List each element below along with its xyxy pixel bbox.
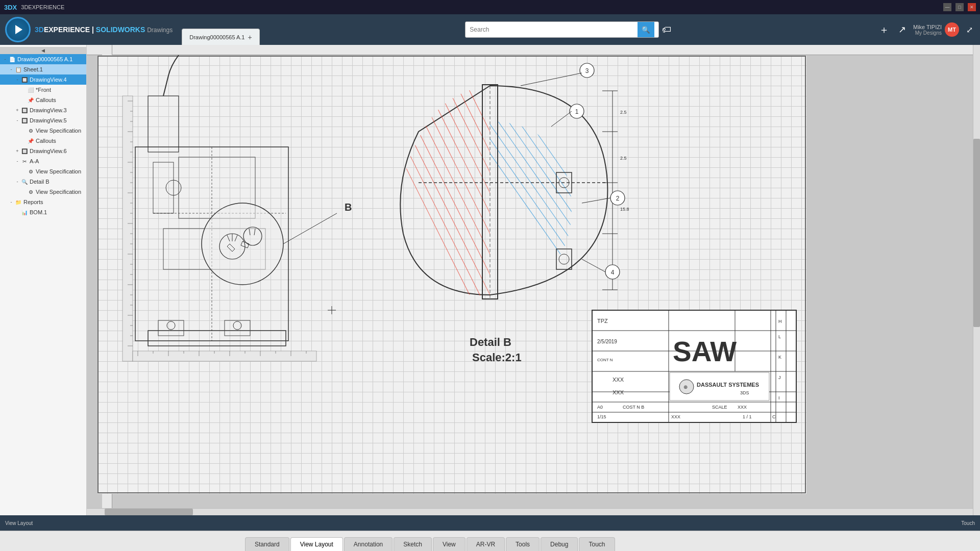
- tree-icon-view: 🔲: [20, 76, 29, 84]
- svg-line-80: [521, 81, 699, 336]
- tree-item-drawingview3[interactable]: +🔲DrawingView.3: [0, 105, 86, 115]
- svg-text:COST N B: COST N B: [623, 405, 644, 410]
- svg-line-63: [383, 81, 510, 336]
- share-button[interactable]: ↗: [896, 22, 908, 37]
- user-initials: MT: [948, 27, 956, 33]
- expand-btn[interactable]: +: [14, 148, 20, 154]
- tree-label: View Specification: [36, 128, 81, 134]
- vertical-scroll-thumb[interactable]: [973, 139, 980, 327]
- expand-btn[interactable]: +: [14, 107, 20, 113]
- svg-point-52: [233, 321, 241, 330]
- app-icon: 3DX: [4, 4, 17, 11]
- main-toolbar: 3DEXPERIENCE | SOLIDWORKS Drawings Drawi…: [0, 14, 980, 45]
- svg-text:I: I: [778, 395, 780, 400]
- svg-line-111: [582, 259, 605, 272]
- svg-text:DASSAULT SYSTEMES: DASSAULT SYSTEMES: [697, 382, 759, 388]
- new-tab-button[interactable]: +: [248, 33, 252, 41]
- tab-annotation[interactable]: Annotation: [344, 537, 393, 551]
- tree-item-callouts1[interactable]: 📌Callouts: [0, 95, 86, 105]
- expand-btn[interactable]: -: [14, 179, 20, 185]
- close-button[interactable]: ✕: [968, 3, 976, 11]
- tab-debug[interactable]: Debug: [541, 537, 578, 551]
- svg-text:4: 4: [611, 269, 615, 276]
- search-input[interactable]: [470, 26, 638, 33]
- tree-label: BOM.1: [30, 209, 47, 215]
- horizontal-scroll-thumb[interactable]: [105, 509, 193, 515]
- tree-item-callouts2[interactable]: 📌Callouts: [0, 136, 86, 146]
- bottom-tabs: StandardView LayoutAnnotationSketchViewA…: [0, 531, 980, 551]
- tab-tools[interactable]: Tools: [506, 537, 540, 551]
- svg-text:B: B: [345, 202, 352, 213]
- svg-rect-50: [225, 320, 250, 336]
- svg-text:3DS: 3DS: [740, 390, 749, 395]
- tab-sketch[interactable]: Sketch: [394, 537, 432, 551]
- svg-rect-0: [98, 56, 805, 493]
- expand-button[interactable]: ⤢: [964, 23, 975, 37]
- user-avatar[interactable]: MT: [945, 22, 959, 37]
- user-design[interactable]: My Designs: [913, 30, 942, 36]
- tree-icon-spec: ⚙: [27, 127, 35, 135]
- tree-icon-detail: 🔍: [20, 178, 29, 186]
- svg-text:XXX: XXX: [612, 389, 624, 395]
- tree-item-sheet1[interactable]: -📋Sheet.1: [0, 64, 86, 74]
- tab-touch[interactable]: Touch: [579, 537, 615, 551]
- svg-rect-49: [158, 320, 184, 336]
- tree-item-viewspec3[interactable]: ⚙View Specification: [0, 187, 86, 197]
- tree-item-aa[interactable]: -✂A-A: [0, 156, 86, 166]
- tree-label: Reports: [23, 199, 43, 205]
- search-button[interactable]: 🔍: [638, 22, 654, 37]
- expand-btn[interactable]: -: [2, 56, 8, 62]
- panel-collapse-button[interactable]: ◀: [0, 47, 86, 54]
- bookmark-button[interactable]: 🏷: [662, 24, 671, 35]
- expand-btn[interactable]: -: [14, 117, 20, 123]
- tab-view[interactable]: View: [433, 537, 465, 551]
- svg-text:3: 3: [585, 67, 589, 74]
- tab-ar-vr[interactable]: AR-VR: [467, 537, 505, 551]
- tree-label: View Specification: [36, 168, 81, 174]
- tab-view-layout[interactable]: View Layout: [290, 537, 343, 551]
- svg-text:1/15: 1/15: [597, 414, 606, 419]
- svg-text:CONT N: CONT N: [597, 358, 613, 362]
- svg-text:XXX: XXX: [671, 414, 680, 419]
- svg-point-53: [202, 203, 283, 285]
- tree-item-drawing-root[interactable]: -📄Drawing00000565 A.1: [0, 54, 86, 64]
- expand-btn[interactable]: -: [8, 66, 14, 72]
- tree-item-drawingview6[interactable]: +🔲DrawingView.6: [0, 146, 86, 156]
- tabs-container: StandardView LayoutAnnotationSketchViewA…: [0, 531, 616, 551]
- vertical-scrollbar[interactable]: [973, 45, 980, 515]
- maximize-button[interactable]: □: [955, 3, 964, 11]
- tab-standard[interactable]: Standard: [245, 537, 289, 551]
- svg-text:K: K: [778, 355, 781, 360]
- brand-text: 3DEXPERIENCE | SOLIDWORKS Drawings: [35, 26, 173, 34]
- tree-item-detailb[interactable]: -🔍Detail B: [0, 177, 86, 187]
- tree-item-drawingview5[interactable]: -🔲DrawingView.5: [0, 115, 86, 126]
- svg-line-108: [582, 198, 610, 203]
- horizontal-scrollbar[interactable]: [87, 508, 973, 515]
- brand-solidworks: SOLIDWORKS: [96, 26, 145, 34]
- svg-line-77: [490, 81, 669, 336]
- tree-item-drawingview4[interactable]: -🔲DrawingView.4: [0, 74, 86, 85]
- tree-item-bom1[interactable]: 📊BOM.1: [0, 207, 86, 217]
- svg-text:XXX: XXX: [738, 405, 747, 410]
- expand-btn[interactable]: -: [14, 158, 20, 164]
- tree-label: Sheet.1: [23, 66, 43, 72]
- minimize-button[interactable]: —: [943, 3, 951, 11]
- canvas-area[interactable]: 29 10: [87, 45, 980, 515]
- expand-btn[interactable]: -: [14, 77, 20, 83]
- svg-line-64: [393, 81, 521, 336]
- svg-rect-27: [133, 351, 316, 361]
- app-logo[interactable]: [5, 17, 31, 42]
- svg-text:Scale:2:1: Scale:2:1: [472, 351, 522, 364]
- svg-text:L: L: [778, 334, 781, 339]
- tree-item-viewspec2[interactable]: ⚙View Specification: [0, 166, 86, 177]
- tree-item-reports[interactable]: -📁Reports: [0, 197, 86, 207]
- tree-label: Callouts: [36, 97, 56, 103]
- tree-item-viewspec1[interactable]: ⚙View Specification: [0, 126, 86, 136]
- expand-btn: [20, 138, 27, 144]
- svg-line-70: [454, 81, 582, 336]
- expand-btn[interactable]: -: [8, 199, 14, 205]
- tree-item-front[interactable]: ⬜*Front: [0, 85, 86, 95]
- add-button[interactable]: ＋: [877, 21, 891, 39]
- document-tab[interactable]: Drawing00000565 A.1 +: [182, 29, 259, 45]
- svg-line-105: [521, 73, 582, 86]
